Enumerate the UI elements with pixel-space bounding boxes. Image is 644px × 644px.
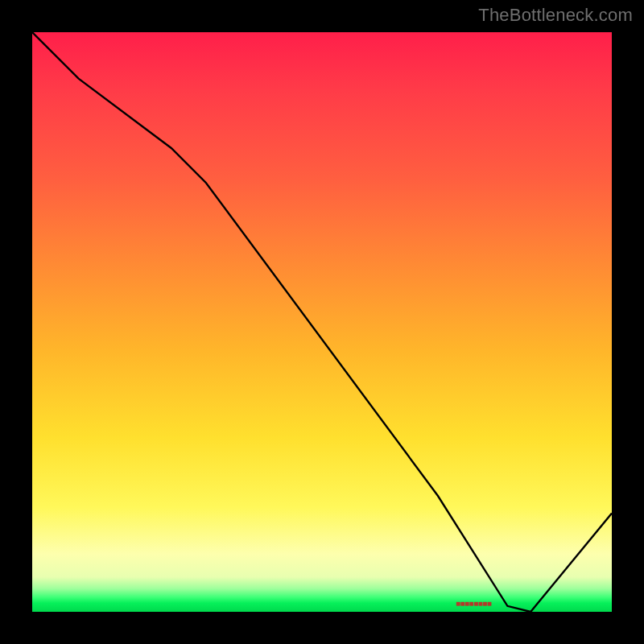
curve-path: [32, 32, 612, 612]
plot-area: ■■■■■■■■: [32, 32, 612, 612]
plot-border: ■■■■■■■■: [24, 24, 620, 620]
bottleneck-curve: [32, 32, 612, 612]
chart-frame: TheBottleneck.com ■■■■■■■■: [0, 0, 644, 644]
watermark-text: TheBottleneck.com: [478, 5, 633, 26]
optimal-region-marker: ■■■■■■■■: [456, 599, 491, 608]
